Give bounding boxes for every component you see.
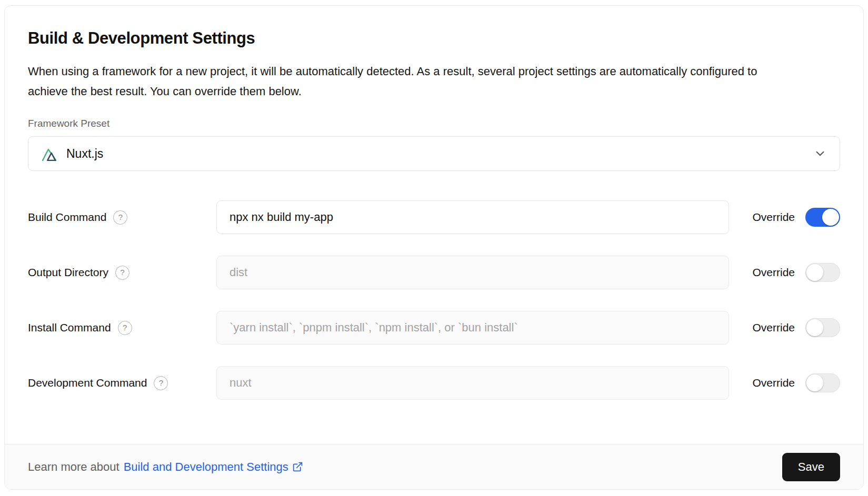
card-footer: Learn more about Build and Development S… bbox=[5, 444, 863, 489]
row-label-group: Build Command ? bbox=[28, 210, 216, 225]
override-label: Override bbox=[752, 321, 795, 334]
output-directory-label: Output Directory bbox=[28, 266, 108, 279]
build-settings-link-text: Build and Development Settings bbox=[124, 460, 288, 474]
settings-rows: Build Command ? Override Output Director… bbox=[28, 200, 840, 400]
row-label-group: Install Command ? bbox=[28, 321, 216, 335]
build-settings-link[interactable]: Build and Development Settings bbox=[124, 460, 303, 474]
install-command-row: Install Command ? Override bbox=[28, 311, 840, 345]
card-content: Build & Development Settings When using … bbox=[5, 6, 863, 400]
output-directory-row: Output Directory ? Override bbox=[28, 256, 840, 289]
save-button[interactable]: Save bbox=[782, 453, 840, 481]
row-label-group: Output Directory ? bbox=[28, 266, 216, 280]
toggle-knob bbox=[806, 374, 823, 391]
override-group: Override bbox=[752, 373, 840, 392]
development-command-input[interactable] bbox=[216, 366, 729, 400]
build-command-input[interactable] bbox=[216, 200, 729, 234]
output-directory-input[interactable] bbox=[216, 256, 729, 289]
override-group: Override bbox=[752, 208, 840, 227]
install-command-input[interactable] bbox=[216, 311, 729, 345]
row-label-group: Development Command ? bbox=[28, 376, 216, 390]
help-circle-icon[interactable]: ? bbox=[118, 321, 132, 335]
override-group: Override bbox=[752, 318, 840, 337]
install-command-label: Install Command bbox=[28, 321, 111, 334]
override-toggle-install-command[interactable] bbox=[805, 318, 840, 337]
override-group: Override bbox=[752, 263, 840, 282]
build-settings-card: Build & Development Settings When using … bbox=[4, 5, 864, 490]
build-command-row: Build Command ? Override bbox=[28, 200, 840, 234]
toggle-knob bbox=[806, 319, 823, 336]
override-toggle-output-directory[interactable] bbox=[805, 263, 840, 282]
chevron-down-icon bbox=[813, 147, 827, 160]
help-circle-icon[interactable]: ? bbox=[113, 210, 127, 225]
development-command-row: Development Command ? Override bbox=[28, 366, 840, 400]
override-label: Override bbox=[752, 377, 795, 389]
override-toggle-development-command[interactable] bbox=[805, 373, 840, 392]
framework-preset-label: Framework Preset bbox=[28, 117, 840, 130]
learn-more-prefix: Learn more about bbox=[28, 460, 119, 474]
section-description: When using a framework for a new project… bbox=[28, 62, 765, 102]
override-label: Override bbox=[752, 211, 795, 224]
page-title: Build & Development Settings bbox=[28, 29, 840, 48]
override-label: Override bbox=[752, 266, 795, 279]
learn-more-text: Learn more about Build and Development S… bbox=[28, 460, 303, 474]
toggle-knob bbox=[822, 209, 839, 226]
override-toggle-build-command[interactable] bbox=[805, 208, 840, 227]
framework-preset-select[interactable]: Nuxt.js bbox=[28, 136, 840, 171]
nuxt-logo-icon bbox=[41, 146, 59, 161]
help-circle-icon[interactable]: ? bbox=[154, 376, 168, 390]
help-circle-icon[interactable]: ? bbox=[115, 266, 129, 280]
build-command-label: Build Command bbox=[28, 211, 106, 224]
framework-selected-value: Nuxt.js bbox=[66, 147, 103, 161]
framework-selected-option: Nuxt.js bbox=[41, 146, 103, 161]
development-command-label: Development Command bbox=[28, 377, 147, 389]
external-link-icon bbox=[292, 461, 303, 472]
toggle-knob bbox=[806, 264, 823, 281]
